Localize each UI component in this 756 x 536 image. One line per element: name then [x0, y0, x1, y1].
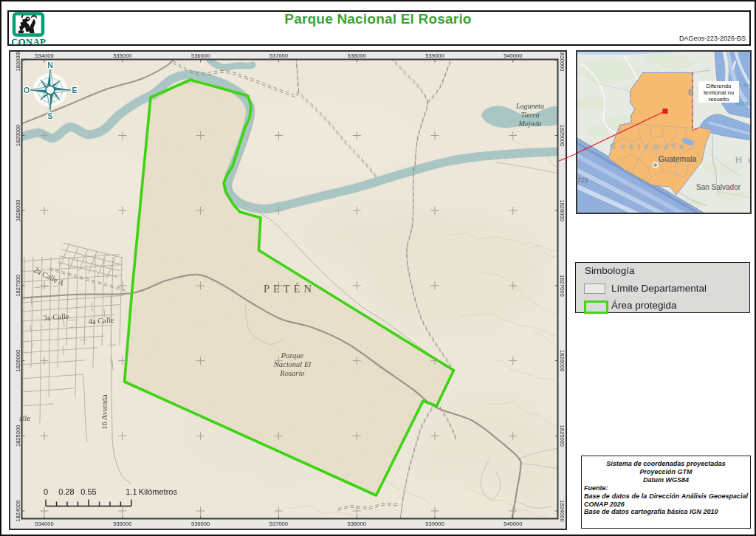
svg-text:PETÉN: PETÉN	[264, 283, 315, 295]
svg-text:1824000: 1824000	[559, 500, 566, 522]
svg-text:537000: 537000	[269, 52, 288, 59]
svg-text:1828000: 1828000	[559, 199, 566, 221]
svg-text:1827000: 1827000	[559, 275, 566, 297]
svg-text:1828000: 1828000	[15, 199, 21, 221]
svg-text:540000: 540000	[504, 520, 522, 527]
svg-text:H o: H o	[735, 155, 752, 165]
svg-text:535000: 535000	[113, 520, 131, 527]
svg-text:536000: 536000	[191, 520, 210, 527]
svg-text:B: B	[688, 89, 693, 97]
svg-text:534000: 534000	[35, 52, 53, 59]
svg-text:Laguneta: Laguneta	[515, 102, 544, 110]
svg-text:CONAP: CONAP	[12, 36, 46, 47]
svg-text:Tierra: Tierra	[520, 111, 539, 119]
svg-text:territorial no: territorial no	[704, 89, 735, 96]
svg-text:1829000: 1829000	[559, 125, 566, 147]
svg-text:San Salvador: San Salvador	[696, 183, 741, 191]
svg-text:Guatemala: Guatemala	[659, 154, 697, 163]
svg-text:1827000: 1827000	[15, 275, 21, 297]
svg-text:16 Avenida: 16 Avenida	[100, 394, 109, 430]
svg-text:Diferendo: Diferendo	[707, 83, 732, 89]
svg-text:537000: 537000	[269, 520, 288, 527]
svg-text:1826000: 1826000	[15, 350, 21, 372]
svg-text:Rosario: Rosario	[279, 369, 304, 377]
svg-text:resuelto: resuelto	[709, 96, 729, 103]
svg-text:N: N	[47, 61, 53, 69]
svg-text:Nacional El: Nacional El	[273, 360, 312, 368]
svg-text:0.28: 0.28	[58, 487, 74, 496]
svg-text:alle: alle	[19, 414, 30, 422]
svg-text:E: E	[72, 86, 77, 95]
svg-text:S: S	[47, 111, 52, 120]
svg-text:538000: 538000	[348, 520, 366, 527]
svg-text:1825000: 1825000	[15, 425, 21, 447]
svg-text:O: O	[24, 86, 30, 95]
svg-text:Mojada: Mojada	[518, 120, 541, 128]
svg-text:1830000: 1830000	[559, 50, 566, 72]
svg-text:0.55: 0.55	[80, 487, 96, 496]
svg-text:539000: 539000	[425, 520, 444, 527]
svg-text:Kilómetros: Kilómetros	[139, 487, 177, 496]
svg-text:0: 0	[44, 487, 48, 496]
svg-text:1825000: 1825000	[559, 425, 566, 447]
svg-text:1824000: 1824000	[15, 500, 21, 522]
svg-text:1.1: 1.1	[126, 487, 137, 496]
svg-text:G u a t e m a l a: G u a t e m a l a	[610, 142, 684, 151]
svg-text:535000: 535000	[113, 52, 131, 59]
svg-text:540000: 540000	[504, 52, 522, 59]
svg-text:1829000: 1829000	[15, 125, 21, 147]
svg-text:721: 721	[577, 176, 588, 184]
svg-text:1830000: 1830000	[15, 50, 21, 72]
svg-text:Parque: Parque	[281, 351, 304, 360]
svg-text:1826000: 1826000	[559, 350, 566, 372]
svg-text:539000: 539000	[425, 52, 444, 59]
svg-text:538000: 538000	[348, 52, 366, 59]
svg-text:536000: 536000	[191, 52, 210, 59]
svg-text:534000: 534000	[35, 520, 53, 527]
